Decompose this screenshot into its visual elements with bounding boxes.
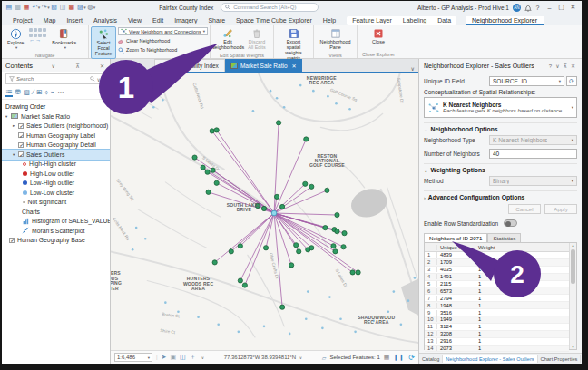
add-data-icon[interactable]: ▦ [24, 4, 30, 11]
list-by-snapping-icon[interactable]: ⊞ [36, 88, 42, 96]
menu-tab-view[interactable]: View [122, 16, 147, 25]
minimize-button[interactable]: – [544, 5, 555, 11]
table-row[interactable]: 1232081 [425, 331, 569, 338]
menu-tab-help[interactable]: Help [318, 16, 341, 25]
close-window-button[interactable]: ✕ [567, 4, 579, 11]
neighbor-point[interactable] [304, 137, 309, 141]
menu-tab-imagery[interactable]: Imagery [169, 16, 202, 25]
number-of-neighbors-input[interactable] [489, 149, 577, 159]
neighbor-point[interactable] [242, 283, 247, 287]
selection-tool-icon[interactable]: ➤ [162, 354, 167, 361]
layer-checkbox[interactable] [18, 142, 24, 148]
weighting-options-section[interactable]: ⌄Weighting Options [424, 163, 577, 173]
previous-extent-icon[interactable]: ← [29, 38, 34, 42]
scale-combo[interactable]: 1:6,486▾ [114, 353, 152, 362]
tab-neighborhood-explorer[interactable]: Neighborhood Explorer [466, 16, 544, 25]
advanced-configuration-section[interactable]: ›Advanced Configuration Options [424, 190, 577, 200]
neighbor-point[interactable] [325, 188, 329, 192]
scroll-down-icon[interactable]: ▼ [572, 345, 575, 349]
neighbor-point[interactable] [309, 246, 314, 250]
close-pane-icon[interactable]: ✕ [98, 63, 106, 69]
menu-tab-project[interactable]: Project [7, 16, 38, 25]
table-row[interactable]: 340351 [425, 267, 569, 274]
refresh-field-button[interactable]: ⟳ [566, 76, 577, 86]
next-extent-icon[interactable]: → [35, 38, 41, 42]
selected-features-count[interactable]: Selected Features: 1 [329, 355, 379, 360]
neighbor-point[interactable] [335, 229, 339, 234]
add-point-icon[interactable]: ＋ [190, 353, 196, 362]
table-row[interactable]: 1131241 [425, 324, 569, 331]
contents-search[interactable]: ∨ [5, 73, 106, 84]
explore-button[interactable]: Explore▾ [4, 26, 27, 53]
column-header-weight[interactable]: Weight [475, 245, 511, 250]
close-tab-icon[interactable]: ✕ [292, 63, 297, 69]
neighbor-point[interactable] [294, 243, 299, 248]
list-by-charts-icon[interactable]: ⌁ [51, 88, 55, 96]
edit-neighborhoods-button[interactable]: Edit Neighborhoods [212, 26, 243, 53]
refresh-icon[interactable]: ⟳ [408, 354, 415, 362]
contextual-tab-feature-layer[interactable]: Feature Layer [347, 16, 397, 25]
neighbor-point[interactable] [238, 244, 242, 248]
neighbor-point[interactable] [356, 270, 360, 275]
attribute-table-icon[interactable]: ▦ [384, 354, 390, 361]
scroll-up-icon[interactable]: ▲ [572, 243, 575, 248]
table-row[interactable]: 414911 [425, 274, 569, 281]
neighborhood-pane-button[interactable]: Neighborhood Pane [316, 26, 355, 53]
list-by-drawing-order-icon[interactable]: ≔ [5, 87, 13, 97]
pane-menu-icon[interactable]: ∨ [554, 63, 561, 69]
tab-list-chevron[interactable]: ∨ [407, 65, 418, 72]
menu-tab-map[interactable]: Map [38, 16, 62, 25]
layer-item-sales-outliers[interactable]: ▾ Sales Outliers [2, 150, 110, 160]
tab-statistics[interactable]: Statistics [487, 233, 521, 242]
navigate-mini-buttons[interactable]: ←→ [29, 28, 46, 44]
neighborhood-options-section[interactable]: ⌄Neighborhood Options [424, 122, 577, 132]
apply-button[interactable]: Apply [544, 204, 577, 214]
layer-item-hg-base[interactable]: Human Geography Base [2, 236, 110, 246]
footer-tab-neighborhood-explorer-sales-outliers[interactable]: Neighborhood Explorer - Sales Outliers [443, 355, 537, 363]
table-row[interactable]: 1329161 [425, 338, 569, 346]
neighborhood-type-combo[interactable]: K Nearest Neighbors▾ [489, 135, 577, 145]
focal-feature-point[interactable] [271, 210, 277, 216]
list-by-labeling-icon[interactable]: ⬨ [44, 88, 47, 97]
neighbor-point[interactable] [350, 270, 355, 275]
view-tab-vulnerability-index[interactable]: Vulnerability Index [154, 59, 225, 72]
layout-icon[interactable]: ▨ [77, 4, 83, 11]
layer-checkbox[interactable] [18, 123, 24, 129]
table-row[interactable]: 1019491 [425, 316, 569, 324]
pin-icon[interactable]: ⊼ [562, 63, 569, 69]
neighbor-point[interactable] [280, 204, 285, 209]
view-neighbors-dropdown[interactable]: View Neighbors and Connections▾ [118, 27, 208, 35]
footer-tab-history[interactable]: History [581, 355, 582, 363]
neighbor-point[interactable] [331, 244, 336, 248]
new-map-icon[interactable]: ▧ [51, 4, 57, 11]
neighbor-point[interactable] [323, 226, 328, 230]
neighbor-point[interactable] [280, 305, 285, 309]
maximize-button[interactable]: ▢ [555, 4, 567, 11]
neighbor-point[interactable] [333, 249, 338, 254]
clear-neighborhood-button[interactable]: Clear Neighborhood [118, 37, 208, 44]
neighbor-point[interactable] [303, 181, 308, 186]
export-spatial-weights-button[interactable]: Export spatial weights matrix [276, 26, 311, 63]
neighbor-point[interactable] [192, 155, 197, 160]
list-by-data-source-icon[interactable]: ⛃ [15, 88, 21, 96]
search-input[interactable] [15, 75, 90, 83]
tab-neighbors-of-id[interactable]: Neighbors of ID 2071 [424, 233, 487, 242]
notifications-bell-icon[interactable] [524, 4, 532, 12]
neighbor-point[interactable] [214, 128, 219, 132]
layer-checkbox[interactable] [18, 151, 24, 157]
table-scrollbar[interactable]: ▲ ▼ [569, 243, 576, 349]
menu-tab-edit[interactable]: Edit [147, 16, 169, 25]
zoom-to-neighborhood-button[interactable]: Zoom To Neighborhood [118, 46, 208, 54]
table-row[interactable]: 665731 [425, 287, 569, 295]
snapping-icon[interactable]: ▣ [170, 354, 176, 361]
search-options-chevron[interactable]: ∨ [95, 76, 103, 83]
contextual-tab-data[interactable]: Data [432, 16, 456, 25]
table-row[interactable]: 727941 [425, 295, 569, 302]
row-standardization-toggle[interactable] [504, 219, 517, 227]
select-focal-feature-button[interactable]: Select Focal Feature [91, 26, 116, 59]
method-combo[interactable]: Binary▾ [489, 176, 577, 186]
column-header-unique-id[interactable]: Unique ID [436, 245, 475, 250]
table-row[interactable]: 217091 [425, 259, 569, 267]
pin-icon[interactable]: ⊼ [74, 63, 81, 69]
neighbor-point[interactable] [309, 184, 314, 189]
